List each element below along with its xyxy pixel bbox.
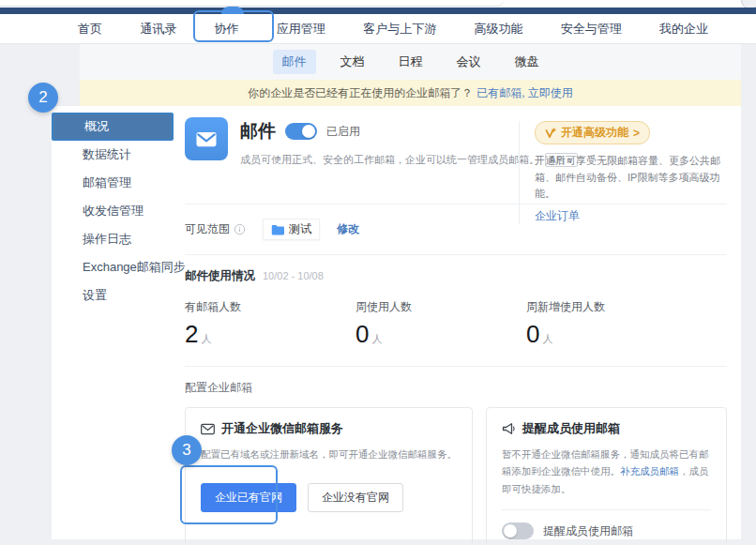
visibility-scope-chip: 测试 — [263, 219, 320, 240]
remind-members-toggle[interactable] — [502, 522, 534, 539]
app-title: 邮件 — [240, 119, 276, 144]
sidebar-item-settings[interactable]: 设置 — [52, 281, 174, 310]
app-header: 邮件 已启用 成员可使用正式、安全的工作邮箱，企业可以统一管理成员邮箱。 API… — [185, 117, 727, 204]
info-icon[interactable] — [234, 223, 246, 235]
stat-label: 周使用人数 — [355, 299, 526, 315]
app-description: 成员可使用正式、安全的工作邮箱，企业可以统一管理成员邮箱。 — [240, 153, 539, 167]
tab-mail[interactable]: 邮件 — [273, 50, 316, 74]
visibility-label: 可见范围 — [185, 221, 230, 237]
supplement-mailbox-link[interactable]: 补充成员邮箱 — [620, 465, 679, 477]
usage-title: 邮件使用情况 — [185, 268, 255, 284]
app-header-left: 邮件 已启用 成员可使用正式、安全的工作邮箱，企业可以统一管理成员邮箱。 API… — [185, 117, 502, 167]
nav-item-collaboration[interactable]: 协作 — [215, 21, 239, 38]
visibility-edit-link[interactable]: 修改 — [337, 221, 359, 237]
upgrade-sparkle-icon — [545, 128, 556, 139]
visibility-label-group: 可见范围 — [185, 221, 246, 237]
stat-label: 有邮箱人数 — [185, 299, 355, 315]
premium-description: 开通后可享受无限邮箱容量、更多公共邮箱、邮件自动备份、IP限制等多项高级功能。 — [535, 153, 727, 203]
nav-item-home[interactable]: 首页 — [78, 21, 102, 38]
configure-cards-row: 开通企业微信邮箱服务 配置已有域名或注册新域名，即可开通企业微信邮箱服务。 企业… — [185, 407, 727, 545]
notice-question: 你的企业是否已经有正在使用的企业邮箱了？ — [248, 85, 473, 101]
sidebar-item-logs[interactable]: 操作日志 — [52, 225, 174, 253]
remind-card-header: 提醒成员使用邮箱 — [502, 420, 711, 437]
nav-item-customers[interactable]: 客户与上下游 — [363, 21, 436, 38]
tab-drive[interactable]: 微盘 — [506, 50, 549, 74]
usage-section: 邮件使用情况 10/02 - 10/08 有邮箱人数 2 人 周使用人数 — [185, 255, 727, 366]
remind-toggle-row: 提醒成员使用邮箱 — [502, 522, 711, 539]
sidebar-item-overview[interactable]: 概况 — [52, 113, 174, 141]
tab-docs[interactable]: 文档 — [331, 50, 374, 74]
premium-panel: 开通高级功能 > 开通后可享受无限邮箱容量、更多公共邮箱、邮件自动备份、IP限制… — [519, 121, 727, 224]
stat-weekly-active: 周使用人数 0 人 — [355, 299, 526, 349]
usage-title-row: 邮件使用情况 10/02 - 10/08 — [185, 268, 727, 284]
no-website-button[interactable]: 企业没有官网 — [308, 483, 403, 512]
stat-weekly-new: 周新增使用人数 0 人 — [526, 299, 697, 349]
sidebar-item-exchange-sync[interactable]: Exchange邮箱同步 — [52, 253, 174, 281]
sidebar-item-statistics[interactable]: 数据统计 — [52, 141, 174, 169]
top-navy-bar — [0, 8, 756, 14]
body: 概况 数据统计 邮箱管理 收发信管理 操作日志 Exchange邮箱同步 设置 — [52, 106, 741, 539]
folder-icon — [271, 224, 284, 235]
nav-item-contacts[interactable]: 通讯录 — [140, 21, 176, 38]
sidebar: 概况 数据统计 邮箱管理 收发信管理 操作日志 Exchange邮箱同步 设置 — [52, 106, 174, 539]
remind-card-description: 暂不开通企业微信邮箱服务，通知成员将已有邮箱添加到企业微信中使用。补充成员邮箱，… — [502, 446, 711, 497]
megaphone-icon — [502, 422, 516, 435]
remind-members-card: 提醒成员使用邮箱 暂不开通企业微信邮箱服务，通知成员将已有邮箱添加到企业微信中使… — [486, 407, 727, 545]
configure-section-label: 配置企业邮箱 — [185, 380, 727, 396]
stat-value: 0 — [526, 320, 539, 349]
premium-button-arrow: > — [633, 127, 640, 140]
remind-card-title: 提醒成员使用邮箱 — [522, 420, 620, 437]
notice-banner: 你的企业是否已经有正在使用的企业邮箱了？ 已有邮箱, 立即使用 — [80, 80, 741, 106]
tab-calendar[interactable]: 日程 — [389, 50, 432, 74]
stat-value: 0 — [355, 320, 369, 349]
activate-card-title: 开通企业微信邮箱服务 — [221, 420, 343, 437]
subtab-row: 邮件 文档 日程 会议 微盘 — [80, 44, 741, 80]
stat-unit: 人 — [542, 332, 552, 346]
premium-upgrade-button[interactable]: 开通高级功能 > — [535, 121, 650, 144]
stat-unit: 人 — [201, 332, 211, 346]
nav-item-security[interactable]: 安全与管理 — [561, 21, 622, 38]
stat-label: 周新增使用人数 — [526, 299, 697, 315]
has-website-button[interactable]: 企业已有官网 — [201, 483, 296, 512]
activate-mailbox-card: 开通企业微信邮箱服务 配置已有域名或注册新域名，即可开通企业微信邮箱服务。 企业… — [185, 407, 473, 545]
mail-enabled-toggle[interactable] — [285, 123, 317, 140]
stat-value: 2 — [185, 320, 198, 349]
stat-mailbox-count: 有邮箱人数 2 人 — [185, 299, 355, 349]
activate-card-buttons: 企业已有官网 企业没有官网 — [201, 483, 457, 512]
browser-tab-edge — [0, 0, 504, 7]
admin-console-page: 首页 通讯录 协作 应用管理 客户与上下游 高级功能 安全与管理 我的企业 邮件… — [0, 0, 756, 545]
configure-section: 配置企业邮箱 开通企业微信邮箱服务 配置已有域名或注册新域名 — [185, 367, 727, 545]
primary-nav: 首页 通讯录 协作 应用管理 客户与上下游 高级功能 安全与管理 我的企业 — [0, 14, 756, 44]
visibility-scope-name: 测试 — [289, 221, 311, 237]
sidebar-item-send-receive[interactable]: 收发信管理 — [52, 197, 174, 225]
stat-unit: 人 — [371, 332, 382, 346]
nav-item-apps[interactable]: 应用管理 — [277, 21, 325, 38]
notice-action-link[interactable]: 已有邮箱, 立即使用 — [476, 85, 573, 101]
envelope-outline-icon — [201, 423, 215, 435]
activate-card-description: 配置已有域名或注册新域名，即可开通企业微信邮箱服务。 — [201, 446, 457, 462]
content-card: 邮件 文档 日程 会议 微盘 你的企业是否已经有正在使用的企业邮箱了？ 已有邮箱… — [52, 44, 741, 539]
usage-date-range: 10/02 - 10/08 — [263, 270, 324, 281]
remind-toggle-label: 提醒成员使用邮箱 — [543, 523, 633, 539]
stats-row: 有邮箱人数 2 人 周使用人数 0 人 — [185, 299, 727, 349]
nav-item-my-company[interactable]: 我的企业 — [659, 21, 708, 38]
premium-button-label: 开通高级功能 — [561, 125, 628, 141]
toggle-state-label: 已启用 — [326, 124, 360, 140]
nav-item-advanced[interactable]: 高级功能 — [474, 21, 522, 38]
main-content: 邮件 已启用 成员可使用正式、安全的工作邮箱，企业可以统一管理成员邮箱。 API… — [174, 106, 741, 539]
divider — [502, 509, 711, 510]
tab-meeting[interactable]: 会议 — [447, 50, 491, 74]
activate-card-header: 开通企业微信邮箱服务 — [201, 420, 457, 437]
sidebar-item-mailbox-mgmt[interactable]: 邮箱管理 — [52, 169, 174, 197]
mail-app-icon — [185, 117, 228, 160]
enterprise-order-link[interactable]: 企业订单 — [535, 208, 580, 224]
envelope-icon — [193, 126, 219, 152]
